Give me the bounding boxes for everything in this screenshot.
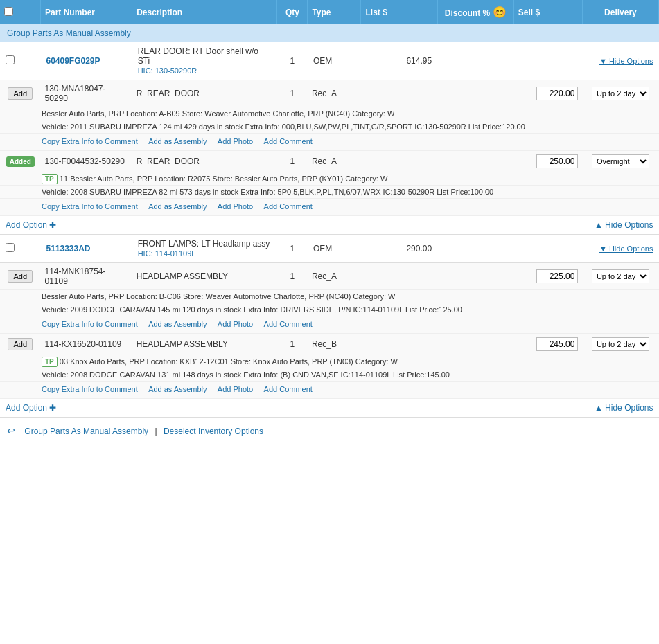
add-option-row-2: Add Option ✚ ▲ Hide Options [0, 399, 659, 418]
col-header-discount: Discount % 😊 [437, 0, 513, 24]
opt4-partnumber: 114-KX16520-01109 [44, 339, 121, 349]
col-header-delivery: Delivery [582, 0, 658, 24]
group-assembly-header-row: Group Parts As Manual Assembly [0, 24, 659, 42]
opt4-type: Rec_B [308, 334, 361, 355]
opt2-actions-row: Copy Extra Info to Comment Add as Assemb… [0, 199, 659, 216]
separator: | [155, 427, 157, 436]
opt4-description: HEADLAMP ASSEMBLY [137, 339, 228, 349]
opt3-add-photo[interactable]: Add Photo [218, 320, 253, 328]
col-header-sell: Sell $ [513, 0, 582, 24]
add-option-link-2[interactable]: Add Option ✚ [6, 403, 56, 413]
hide-options-bottom-2[interactable]: ▲ Hide Options [595, 403, 653, 413]
part2-hide-options[interactable]: ▼ Hide Options [599, 244, 653, 253]
part1-list-price: 614.95 [361, 42, 437, 80]
opt4-detail-row1: TP 03:Knox Auto Parts, PRP Location: KXB… [0, 355, 659, 368]
bottom-bar-row: ↩ Group Parts As Manual Assembly | Desel… [0, 418, 659, 443]
opt2-copy-extra-info[interactable]: Copy Extra Info to Comment [42, 202, 138, 211]
add-button-opt1[interactable]: Add [8, 87, 33, 100]
part2-type: OEM [308, 235, 361, 263]
opt4-detail-line2: Vehicle: 2008 DODGE CARAVAN 131 mi 148 d… [0, 368, 659, 382]
opt3-description: HEADLAMP ASSEMBLY [137, 271, 228, 281]
opt4-add-as-assembly[interactable]: Add as Assembly [148, 385, 207, 393]
option-row-4: Add 114-KX16520-01109 HEADLAMP ASSEMBLY … [0, 334, 659, 355]
add-option-link-1[interactable]: Add Option ✚ [6, 220, 56, 230]
add-option-icon-2: ✚ [49, 403, 56, 413]
opt2-delivery-select[interactable]: Up to 2 day Overnight 1 day 3 day [592, 154, 649, 168]
part2-checkbox[interactable] [6, 243, 15, 252]
opt2-add-as-assembly[interactable]: Add as Assembly [148, 202, 207, 211]
opt4-add-photo[interactable]: Add Photo [218, 385, 253, 393]
opt3-add-as-assembly[interactable]: Add as Assembly [148, 320, 207, 328]
col-header-description: Description [132, 0, 277, 24]
opt1-add-photo[interactable]: Add Photo [218, 137, 253, 145]
opt1-copy-extra-info[interactable]: Copy Extra Info to Comment [42, 137, 138, 145]
part-header-row-2: 5113333AD FRONT LAMPS: LT Headlamp assy … [0, 235, 659, 263]
opt3-detail-row2: Vehicle: 2009 DODGE CARAVAN 145 mi 120 d… [0, 303, 659, 316]
part-header-row: 60409FG029P REAR DOOR: RT Door shell w/o… [0, 42, 659, 80]
add-option-row-1: Add Option ✚ ▲ Hide Options [0, 216, 659, 235]
part1-type: OEM [308, 42, 361, 80]
part2-list-price: 290.00 [361, 235, 437, 263]
opt3-type: Rec_A [308, 263, 361, 290]
smiley-icon: 😊 [493, 6, 507, 18]
add-button-opt4[interactable]: Add [8, 338, 33, 350]
col-header-list: List $ [361, 0, 437, 24]
opt4-qty: 1 [277, 334, 308, 355]
opt3-qty: 1 [277, 263, 308, 290]
group-assembly-label: Group Parts As Manual Assembly [0, 24, 659, 42]
opt2-detail-row2: Vehicle: 2008 SUBARU IMPREZA 82 mi 573 d… [0, 186, 659, 199]
opt1-detail-row2: Vehicle: 2011 SUBARU IMPREZA 124 mi 429 … [0, 120, 659, 134]
added-badge-opt2: Added [6, 156, 35, 167]
part1-description: REAR DOOR: RT Door shell w/o STi [138, 46, 258, 66]
hide-options-bottom-1[interactable]: ▲ Hide Options [595, 220, 653, 230]
opt2-detail-row1: TP 11:Bessler Auto Parts, PRP Location: … [0, 172, 659, 186]
opt1-type: Rec_A [308, 80, 361, 107]
part1-hide-options[interactable]: ▼ Hide Options [599, 57, 653, 65]
add-option-label-2: Add Option [6, 403, 47, 413]
option-row-3: Add 114-MNK18754-01109 HEADLAMP ASSEMBLY… [0, 263, 659, 290]
opt2-sell-input[interactable] [536, 154, 578, 168]
opt2-partnumber: 130-F0044532-50290 [44, 156, 124, 166]
opt2-add-comment[interactable]: Add Comment [264, 202, 313, 211]
opt3-copy-extra-info[interactable]: Copy Extra Info to Comment [42, 320, 138, 328]
opt1-actions-row: Copy Extra Info to Comment Add as Assemb… [0, 134, 659, 151]
part1-number: 60409FG029P [46, 56, 100, 66]
opt2-add-photo[interactable]: Add Photo [218, 202, 253, 211]
add-button-opt3[interactable]: Add [8, 270, 33, 283]
col-header-qty: Qty [277, 0, 308, 24]
opt4-actions-row: Copy Extra Info to Comment Add as Assemb… [0, 382, 659, 399]
part2-hic: HIC: 114-01109L [138, 249, 196, 258]
opt1-detail-line1: Bessler Auto Parts, PRP Location: A-B09 … [0, 107, 659, 120]
opt3-detail-row1: Bessler Auto Parts, PRP Location: B-C06 … [0, 290, 659, 303]
opt4-delivery-select[interactable]: Up to 2 day Overnight 1 day 3 day [592, 337, 649, 351]
opt2-type: Rec_A [308, 151, 361, 172]
option-row: Add 130-MNA18047-50290 R_REAR_DOOR 1 Rec… [0, 80, 659, 107]
opt1-qty: 1 [277, 80, 308, 107]
part1-checkbox[interactable] [6, 55, 15, 64]
opt1-delivery-select[interactable]: Up to 2 day Overnight 1 day 3 day [592, 87, 649, 100]
opt1-sell-input[interactable] [536, 87, 578, 100]
part2-qty: 1 [277, 235, 308, 263]
opt3-add-comment[interactable]: Add Comment [264, 320, 313, 328]
opt3-partnumber: 114-MNK18754-01109 [44, 267, 105, 286]
opt3-sell-input[interactable] [536, 269, 578, 283]
opt4-copy-extra-info[interactable]: Copy Extra Info to Comment [42, 385, 138, 393]
deselect-inventory-link[interactable]: Deselect Inventory Options [164, 427, 263, 436]
opt3-actions-row: Copy Extra Info to Comment Add as Assemb… [0, 316, 659, 334]
opt4-sell-input[interactable] [536, 337, 578, 351]
add-option-label-1: Add Option [6, 220, 47, 230]
opt2-detail-line1: 11:Bessler Auto Parts, PRP Location: R20… [60, 175, 387, 183]
opt4-detail-line1: 03:Knox Auto Parts, PRP Location: KXB12-… [60, 357, 398, 366]
opt1-add-comment[interactable]: Add Comment [264, 137, 313, 145]
select-all-checkbox[interactable] [4, 7, 13, 16]
opt3-delivery-select[interactable]: Up to 2 day Overnight 1 day 3 day [592, 269, 649, 283]
part1-qty: 1 [277, 42, 308, 80]
add-option-icon-1: ✚ [49, 220, 56, 230]
group-parts-link[interactable]: Group Parts As Manual Assembly [24, 427, 148, 436]
opt4-add-comment[interactable]: Add Comment [264, 385, 313, 393]
opt1-add-as-assembly[interactable]: Add as Assembly [148, 137, 207, 145]
table-header: Part Number Description Qty Type List $ … [0, 0, 659, 24]
part1-hic: HIC: 130-50290R [138, 66, 197, 75]
opt3-detail-line1: Bessler Auto Parts, PRP Location: B-C06 … [0, 290, 659, 303]
bottom-bar-icon: ↩ [7, 425, 15, 436]
